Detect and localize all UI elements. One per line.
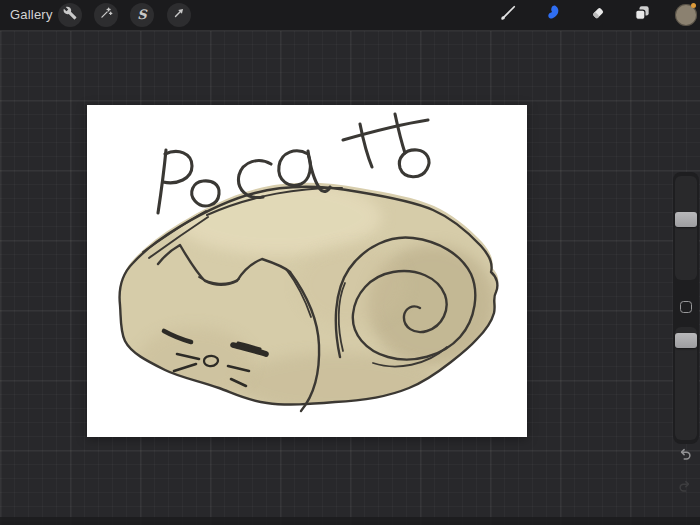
- layers-button[interactable]: [630, 3, 654, 27]
- drawing-canvas[interactable]: Pocatto: [87, 105, 527, 437]
- smudge-tool-button[interactable]: [541, 3, 565, 27]
- modify-button[interactable]: [680, 301, 692, 313]
- gallery-button[interactable]: Gallery: [10, 0, 53, 30]
- cat-doodle-artwork: [87, 105, 527, 437]
- brush-sidebar: [673, 172, 699, 444]
- actions-button[interactable]: [58, 3, 82, 27]
- layers-icon: [632, 3, 652, 27]
- redo-button[interactable]: [675, 478, 695, 498]
- undo-button[interactable]: [675, 446, 695, 466]
- smudge-finger-icon: [543, 3, 563, 27]
- opacity-handle[interactable]: [675, 333, 697, 348]
- adjustments-button[interactable]: [94, 3, 118, 27]
- paintbrush-icon: [498, 3, 518, 27]
- eraser-icon: [588, 3, 608, 27]
- transform-arrow-icon: [172, 6, 186, 24]
- transform-button[interactable]: [167, 3, 191, 27]
- selection-s-icon: S: [137, 7, 146, 22]
- color-badge-dot: [691, 3, 696, 8]
- erase-tool-button[interactable]: [586, 3, 610, 27]
- brush-size-slider[interactable]: [675, 176, 697, 280]
- redo-arrow-icon: [676, 477, 694, 499]
- undo-arrow-icon: [676, 445, 694, 467]
- magic-wand-icon: [99, 6, 113, 24]
- selection-button[interactable]: S: [130, 3, 154, 27]
- paint-tool-button[interactable]: [496, 3, 520, 27]
- wrench-icon: [63, 6, 77, 24]
- brush-size-handle[interactable]: [675, 212, 697, 227]
- bottom-strip: [0, 517, 700, 525]
- top-toolbar: Gallery S: [0, 0, 700, 31]
